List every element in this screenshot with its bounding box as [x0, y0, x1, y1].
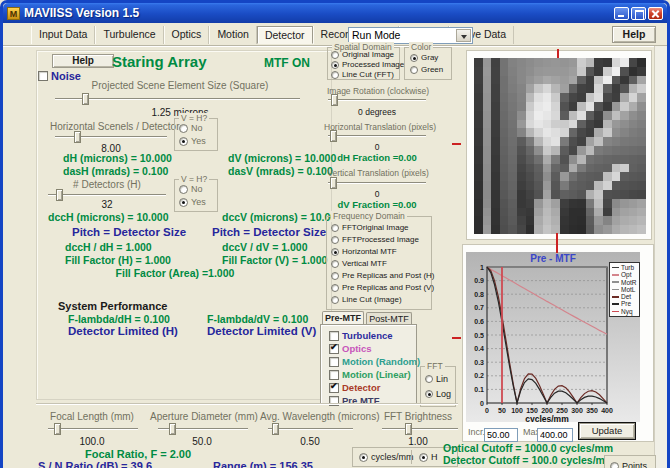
slider-track[interactable]: [55, 98, 300, 100]
dash-value: dasH (mrads) = 0.100: [63, 165, 168, 177]
rotation-slider[interactable]: [328, 93, 426, 107]
range-value: Range (m) = 156.35: [213, 460, 313, 468]
svg-text:0: 0: [485, 407, 489, 414]
slider-thumb[interactable]: [82, 93, 89, 105]
tab-motion[interactable]: Motion: [209, 26, 257, 44]
color-group: Color Gray Green: [404, 47, 452, 80]
aperture-slider[interactable]: [158, 422, 248, 436]
incr-input[interactable]: [484, 428, 518, 442]
fft-log-radio[interactable]: [425, 390, 433, 398]
legend-item: Opt: [612, 271, 637, 278]
tab-turbulence[interactable]: Turbulence: [95, 26, 163, 44]
right-edge-strip: [654, 46, 668, 468]
fft-brightness-slider[interactable]: [382, 422, 458, 436]
slider-thumb[interactable]: [54, 423, 61, 435]
slider-thumb[interactable]: [405, 423, 412, 435]
tab-pre-mtf[interactable]: Pre-MTF: [322, 311, 364, 325]
vtrans-slider[interactable]: [328, 176, 426, 190]
slider-track[interactable]: [48, 428, 138, 430]
htrans-slider[interactable]: [328, 129, 426, 143]
max-input[interactable]: [537, 428, 573, 442]
spatial-original-radio[interactable]: [331, 51, 339, 59]
motion-random-checkbox[interactable]: [329, 357, 339, 367]
focal-length-slider[interactable]: [48, 422, 138, 436]
wavelength-slider[interactable]: [268, 422, 353, 436]
tab-input-data[interactable]: Input Data: [31, 26, 95, 44]
rotation-value: 0 degrees: [328, 107, 426, 117]
slider-thumb[interactable]: [330, 130, 337, 142]
slider-thumb[interactable]: [272, 423, 279, 435]
dv-value: dV (microns) = 10.000: [228, 152, 336, 164]
tab-detector[interactable]: Detector: [257, 26, 313, 44]
maximize-button[interactable]: [631, 7, 646, 20]
scenels-slider[interactable]: [55, 130, 167, 144]
slider-track[interactable]: [328, 182, 426, 184]
slider-track[interactable]: [55, 136, 167, 138]
motion-linear-checkbox[interactable]: [329, 370, 339, 380]
legend-item: Pre: [612, 300, 637, 307]
pre-mtf-checkbox[interactable]: [329, 396, 339, 406]
fft-scale-group: FFT Lin Log: [420, 366, 456, 407]
optics-checkbox[interactable]: [329, 344, 339, 354]
fft-lin-radio[interactable]: [425, 375, 433, 383]
vh1-yes-radio[interactable]: [179, 137, 188, 146]
legend-item: Det: [612, 293, 637, 300]
spatial-processed-radio[interactable]: [331, 61, 339, 69]
noise-checkbox[interactable]: [38, 71, 48, 81]
freq-fft-original-radio[interactable]: [331, 224, 339, 232]
legend-item: MotL: [612, 286, 637, 293]
fill-h: Fill Factor (H) = 1.000: [65, 254, 171, 266]
help-button-top[interactable]: Help: [612, 26, 656, 43]
slider-thumb[interactable]: [330, 177, 337, 189]
spatial-linecut-radio[interactable]: [331, 71, 339, 79]
component-row: Pre MTF: [329, 395, 379, 406]
window-title: MAVIISS Version 1.5: [24, 6, 139, 20]
slider-track[interactable]: [328, 99, 426, 101]
detector-checkbox[interactable]: [329, 383, 339, 393]
crosshair-tick-chart-top: [556, 244, 558, 253]
chevron-down-icon[interactable]: [456, 29, 471, 42]
vh2-no-radio[interactable]: [179, 185, 188, 194]
dasv-value: dasV (mrads) = 0.100: [228, 165, 333, 177]
h-direction-radio[interactable]: [419, 453, 428, 462]
slider-thumb[interactable]: [331, 94, 338, 106]
freq-vertical-mtf-radio[interactable]: [331, 260, 339, 268]
vh1-no-radio[interactable]: [179, 124, 188, 133]
update-button[interactable]: Update: [579, 423, 635, 439]
color-gray-radio[interactable]: [410, 54, 418, 62]
slider-track[interactable]: [328, 135, 426, 137]
color-green-radio[interactable]: [410, 66, 418, 74]
vh2-yes-radio[interactable]: [179, 198, 188, 207]
dccv-value: dccV (microns) = 10.000: [222, 211, 342, 223]
points-radio[interactable]: [610, 462, 619, 468]
svg-text:1: 1: [480, 264, 484, 271]
fill-v: Fill Factor (V) = 1.000: [222, 254, 327, 266]
slider-thumb[interactable]: [169, 423, 176, 435]
scene-size-slider[interactable]: [55, 92, 300, 106]
freq-pre-replicas-h-radio[interactable]: [331, 272, 339, 280]
focal-length-label: Focal Length (mm): [40, 411, 144, 422]
minimize-button[interactable]: [614, 7, 629, 20]
turbulence-checkbox[interactable]: [329, 331, 339, 341]
cycles-mm-radio[interactable]: [359, 453, 368, 462]
app-icon: M: [7, 7, 20, 20]
tab-optics[interactable]: Optics: [164, 26, 210, 44]
ratio-h: dccH / dH = 1.000: [65, 241, 152, 253]
frequency-domain-group: Frequency Domain FFTOriginal Image FFTPr…: [326, 216, 432, 310]
freq-line-cut-radio[interactable]: [331, 296, 339, 304]
freq-horizontal-mtf-radio[interactable]: [331, 248, 339, 256]
detector-limited-v: Detector Limited (V): [207, 325, 316, 337]
freq-pre-replicas-v-radio[interactable]: [331, 284, 339, 292]
slider-track[interactable]: [268, 428, 353, 430]
window-titlebar[interactable]: M MAVIISS Version 1.5: [3, 3, 667, 23]
slider-track[interactable]: [48, 194, 166, 196]
processed-image: [474, 58, 646, 234]
slider-thumb[interactable]: [74, 131, 81, 143]
mtf-status: MTF ON: [264, 56, 310, 70]
optical-cutoff: Optical Cutoff = 1000.0 cycles/mm: [443, 442, 613, 454]
help-button-left[interactable]: Help: [52, 54, 114, 68]
image-frame: [466, 50, 652, 240]
close-button[interactable]: [648, 7, 663, 20]
slider-track[interactable]: [382, 428, 458, 430]
freq-fft-processed-radio[interactable]: [331, 236, 339, 244]
